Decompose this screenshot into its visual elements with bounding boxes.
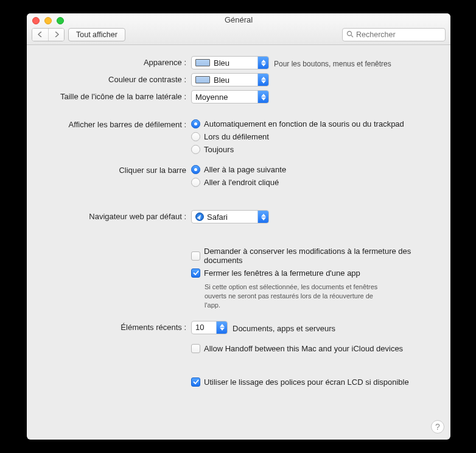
radio-label: Lors du défilement: [204, 132, 269, 141]
sidebar-icon-popup[interactable]: Moyenne: [191, 90, 269, 104]
radio-label: Automatiquement en fonction de la souris…: [204, 119, 404, 128]
svg-point-0: [348, 31, 352, 35]
checkbox-icon: [191, 378, 200, 387]
scroll-auto-radio[interactable]: Automatiquement en fonction de la souris…: [191, 118, 443, 130]
preferences-window: Général Tout afficher Apparence :: [27, 13, 450, 440]
default-browser-label: Navigateur web par défaut :: [34, 210, 191, 221]
popup-arrows-icon: [257, 211, 268, 223]
radio-icon: [191, 119, 200, 128]
recent-value: 10: [195, 323, 216, 332]
highlight-value: Bleu: [214, 76, 257, 85]
scroll-when-radio[interactable]: Lors du défilement: [191, 131, 443, 142]
popup-arrows-icon: [257, 74, 268, 86]
appearance-hint: Pour les boutons, menus et fenêtres: [269, 57, 391, 68]
chevron-left-icon: [38, 32, 43, 37]
checkbox-label: Fermer les fenêtres à la fermeture d'une…: [204, 269, 360, 278]
checkbox-label: Allow Handoff between this Mac and your …: [204, 344, 403, 353]
close-windows-note: Si cette option est sélectionnée, les do…: [205, 283, 381, 310]
checkbox-icon: [191, 251, 200, 261]
radio-icon: [191, 132, 200, 141]
popup-arrows-icon: [257, 57, 268, 69]
default-browser-popup[interactable]: Safari: [191, 210, 269, 223]
radio-icon: [191, 165, 200, 174]
radio-label: Toujours: [204, 145, 234, 154]
recent-popup[interactable]: 10: [191, 321, 228, 334]
click-scroll-label: Cliquer sur la barre: [34, 164, 191, 175]
scrollbars-label: Afficher les barres de défilement :: [34, 118, 191, 129]
svg-line-1: [351, 35, 353, 37]
toolbar: Tout afficher: [32, 28, 446, 41]
ask-save-checkbox[interactable]: Demander à conserver les modifications à…: [191, 245, 443, 266]
content-pane: Apparence : Bleu Pour les boutons, menus…: [27, 45, 450, 399]
show-all-button[interactable]: Tout afficher: [68, 28, 125, 41]
radio-icon: [191, 145, 200, 154]
close-windows-checkbox[interactable]: Fermer les fenêtres à la fermeture d'une…: [191, 267, 443, 279]
checkbox-icon: [191, 344, 200, 353]
recent-hint: Documents, apps et serveurs: [228, 322, 335, 333]
radio-label: Aller à la page suivante: [204, 165, 286, 174]
popup-arrows-icon: [216, 321, 227, 334]
radio-label: Aller à l'endroit cliqué: [204, 178, 279, 187]
click-spot-radio[interactable]: Aller à l'endroit cliqué: [191, 177, 443, 188]
font-smoothing-checkbox[interactable]: Utiliser le lissage des polices pour écr…: [191, 376, 443, 388]
titlebar: Général Tout afficher: [27, 13, 450, 45]
search-field[interactable]: [342, 28, 446, 41]
default-browser-value: Safari: [207, 212, 257, 222]
checkbox-label: Utiliser le lissage des polices pour écr…: [204, 378, 409, 387]
sidebar-icon-value: Moyenne: [195, 93, 257, 102]
appearance-popup[interactable]: Bleu: [191, 56, 269, 69]
search-icon: [346, 30, 354, 40]
chevron-right-icon: [54, 32, 59, 37]
nav-segmented: [32, 28, 65, 41]
window-title: Général: [27, 15, 450, 24]
popup-arrows-icon: [257, 91, 268, 103]
scroll-always-radio[interactable]: Toujours: [191, 144, 443, 155]
recent-label: Éléments récents :: [34, 321, 191, 332]
click-next-radio[interactable]: Aller à la page suivante: [191, 164, 443, 175]
highlight-label: Couleur de contraste :: [34, 73, 191, 84]
forward-button[interactable]: [48, 29, 64, 41]
sidebar-icon-label: Taille de l'icône de la barre latérale :: [34, 90, 191, 101]
checkbox-icon: [191, 269, 200, 278]
handoff-checkbox[interactable]: Allow Handoff between this Mac and your …: [191, 343, 443, 354]
checkbox-label: Demander à conserver les modifications à…: [204, 247, 443, 265]
highlight-popup[interactable]: Bleu: [191, 73, 269, 86]
safari-icon: [195, 212, 204, 221]
appearance-label: Apparence :: [34, 56, 191, 67]
help-button[interactable]: ?: [431, 420, 444, 434]
appearance-value: Bleu: [214, 58, 257, 68]
back-button[interactable]: [32, 29, 48, 41]
color-swatch-icon: [195, 59, 210, 66]
search-input[interactable]: [356, 30, 441, 39]
radio-icon: [191, 178, 200, 187]
color-swatch-icon: [195, 76, 210, 83]
